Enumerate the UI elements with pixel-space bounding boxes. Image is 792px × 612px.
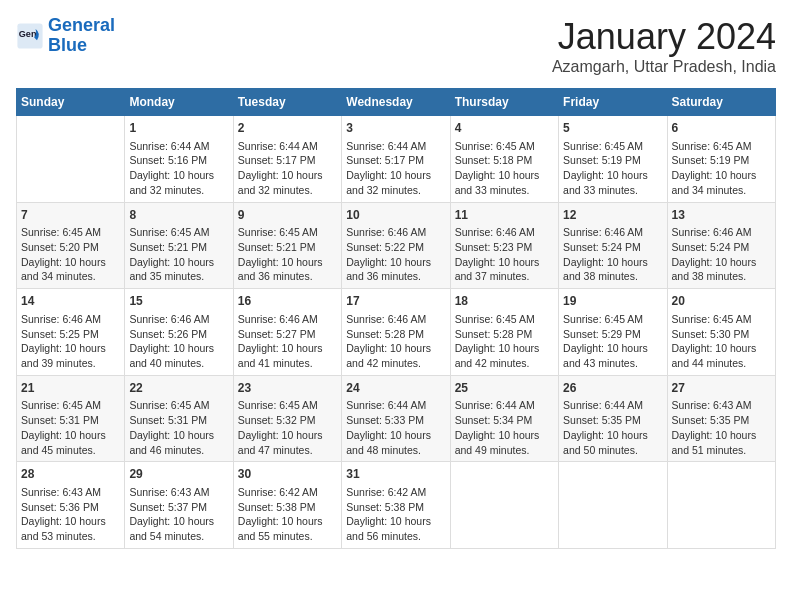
weekday-header: Monday — [125, 89, 233, 116]
day-number: 28 — [21, 466, 120, 483]
day-number: 10 — [346, 207, 445, 224]
day-number: 5 — [563, 120, 662, 137]
day-info: Sunrise: 6:44 AM Sunset: 5:16 PM Dayligh… — [129, 139, 228, 198]
day-info: Sunrise: 6:44 AM Sunset: 5:17 PM Dayligh… — [346, 139, 445, 198]
day-info: Sunrise: 6:46 AM Sunset: 5:27 PM Dayligh… — [238, 312, 337, 371]
page-header: Gen GeneralBlue January 2024 Azamgarh, U… — [16, 16, 776, 76]
calendar-cell: 2Sunrise: 6:44 AM Sunset: 5:17 PM Daylig… — [233, 116, 341, 203]
calendar-cell: 8Sunrise: 6:45 AM Sunset: 5:21 PM Daylig… — [125, 202, 233, 289]
weekday-header: Friday — [559, 89, 667, 116]
month-title: January 2024 — [552, 16, 776, 58]
day-number: 17 — [346, 293, 445, 310]
day-number: 11 — [455, 207, 554, 224]
day-number: 23 — [238, 380, 337, 397]
day-info: Sunrise: 6:43 AM Sunset: 5:35 PM Dayligh… — [672, 398, 771, 457]
day-number: 9 — [238, 207, 337, 224]
calendar-cell: 28Sunrise: 6:43 AM Sunset: 5:36 PM Dayli… — [17, 462, 125, 549]
day-number: 1 — [129, 120, 228, 137]
day-number: 22 — [129, 380, 228, 397]
calendar-cell: 16Sunrise: 6:46 AM Sunset: 5:27 PM Dayli… — [233, 289, 341, 376]
day-number: 24 — [346, 380, 445, 397]
day-number: 16 — [238, 293, 337, 310]
day-number: 19 — [563, 293, 662, 310]
day-number: 6 — [672, 120, 771, 137]
calendar-week-row: 21Sunrise: 6:45 AM Sunset: 5:31 PM Dayli… — [17, 375, 776, 462]
day-info: Sunrise: 6:45 AM Sunset: 5:29 PM Dayligh… — [563, 312, 662, 371]
day-number: 7 — [21, 207, 120, 224]
day-number: 29 — [129, 466, 228, 483]
day-info: Sunrise: 6:46 AM Sunset: 5:24 PM Dayligh… — [672, 225, 771, 284]
calendar-cell: 30Sunrise: 6:42 AM Sunset: 5:38 PM Dayli… — [233, 462, 341, 549]
day-info: Sunrise: 6:43 AM Sunset: 5:37 PM Dayligh… — [129, 485, 228, 544]
day-number: 30 — [238, 466, 337, 483]
day-info: Sunrise: 6:44 AM Sunset: 5:17 PM Dayligh… — [238, 139, 337, 198]
logo: Gen GeneralBlue — [16, 16, 115, 56]
logo-text: GeneralBlue — [48, 16, 115, 56]
calendar-cell: 3Sunrise: 6:44 AM Sunset: 5:17 PM Daylig… — [342, 116, 450, 203]
day-info: Sunrise: 6:45 AM Sunset: 5:21 PM Dayligh… — [238, 225, 337, 284]
calendar-cell: 19Sunrise: 6:45 AM Sunset: 5:29 PM Dayli… — [559, 289, 667, 376]
calendar-cell: 9Sunrise: 6:45 AM Sunset: 5:21 PM Daylig… — [233, 202, 341, 289]
weekday-header: Saturday — [667, 89, 775, 116]
day-info: Sunrise: 6:44 AM Sunset: 5:34 PM Dayligh… — [455, 398, 554, 457]
day-info: Sunrise: 6:45 AM Sunset: 5:18 PM Dayligh… — [455, 139, 554, 198]
calendar-header-row: SundayMondayTuesdayWednesdayThursdayFrid… — [17, 89, 776, 116]
day-number: 3 — [346, 120, 445, 137]
calendar-cell: 13Sunrise: 6:46 AM Sunset: 5:24 PM Dayli… — [667, 202, 775, 289]
calendar-cell: 31Sunrise: 6:42 AM Sunset: 5:38 PM Dayli… — [342, 462, 450, 549]
calendar-cell — [667, 462, 775, 549]
day-info: Sunrise: 6:45 AM Sunset: 5:19 PM Dayligh… — [563, 139, 662, 198]
day-info: Sunrise: 6:45 AM Sunset: 5:32 PM Dayligh… — [238, 398, 337, 457]
calendar-cell: 15Sunrise: 6:46 AM Sunset: 5:26 PM Dayli… — [125, 289, 233, 376]
title-block: January 2024 Azamgarh, Uttar Pradesh, In… — [552, 16, 776, 76]
calendar-cell: 24Sunrise: 6:44 AM Sunset: 5:33 PM Dayli… — [342, 375, 450, 462]
calendar-cell: 6Sunrise: 6:45 AM Sunset: 5:19 PM Daylig… — [667, 116, 775, 203]
calendar-cell: 29Sunrise: 6:43 AM Sunset: 5:37 PM Dayli… — [125, 462, 233, 549]
day-info: Sunrise: 6:46 AM Sunset: 5:23 PM Dayligh… — [455, 225, 554, 284]
weekday-header: Tuesday — [233, 89, 341, 116]
calendar-table: SundayMondayTuesdayWednesdayThursdayFrid… — [16, 88, 776, 549]
day-info: Sunrise: 6:46 AM Sunset: 5:28 PM Dayligh… — [346, 312, 445, 371]
calendar-cell — [450, 462, 558, 549]
calendar-cell: 20Sunrise: 6:45 AM Sunset: 5:30 PM Dayli… — [667, 289, 775, 376]
svg-text:Gen: Gen — [19, 29, 37, 39]
calendar-cell: 26Sunrise: 6:44 AM Sunset: 5:35 PM Dayli… — [559, 375, 667, 462]
day-number: 20 — [672, 293, 771, 310]
day-number: 13 — [672, 207, 771, 224]
day-info: Sunrise: 6:44 AM Sunset: 5:33 PM Dayligh… — [346, 398, 445, 457]
day-number: 21 — [21, 380, 120, 397]
calendar-cell: 5Sunrise: 6:45 AM Sunset: 5:19 PM Daylig… — [559, 116, 667, 203]
weekday-header: Wednesday — [342, 89, 450, 116]
calendar-cell: 22Sunrise: 6:45 AM Sunset: 5:31 PM Dayli… — [125, 375, 233, 462]
day-number: 4 — [455, 120, 554, 137]
day-info: Sunrise: 6:45 AM Sunset: 5:20 PM Dayligh… — [21, 225, 120, 284]
calendar-cell: 27Sunrise: 6:43 AM Sunset: 5:35 PM Dayli… — [667, 375, 775, 462]
calendar-cell: 11Sunrise: 6:46 AM Sunset: 5:23 PM Dayli… — [450, 202, 558, 289]
day-info: Sunrise: 6:45 AM Sunset: 5:31 PM Dayligh… — [129, 398, 228, 457]
calendar-cell: 7Sunrise: 6:45 AM Sunset: 5:20 PM Daylig… — [17, 202, 125, 289]
location-title: Azamgarh, Uttar Pradesh, India — [552, 58, 776, 76]
calendar-cell — [559, 462, 667, 549]
calendar-cell: 23Sunrise: 6:45 AM Sunset: 5:32 PM Dayli… — [233, 375, 341, 462]
calendar-cell: 21Sunrise: 6:45 AM Sunset: 5:31 PM Dayli… — [17, 375, 125, 462]
calendar-cell: 25Sunrise: 6:44 AM Sunset: 5:34 PM Dayli… — [450, 375, 558, 462]
calendar-cell: 14Sunrise: 6:46 AM Sunset: 5:25 PM Dayli… — [17, 289, 125, 376]
day-info: Sunrise: 6:44 AM Sunset: 5:35 PM Dayligh… — [563, 398, 662, 457]
day-number: 18 — [455, 293, 554, 310]
day-number: 8 — [129, 207, 228, 224]
calendar-cell: 10Sunrise: 6:46 AM Sunset: 5:22 PM Dayli… — [342, 202, 450, 289]
calendar-cell: 1Sunrise: 6:44 AM Sunset: 5:16 PM Daylig… — [125, 116, 233, 203]
calendar-week-row: 1Sunrise: 6:44 AM Sunset: 5:16 PM Daylig… — [17, 116, 776, 203]
day-info: Sunrise: 6:46 AM Sunset: 5:22 PM Dayligh… — [346, 225, 445, 284]
day-info: Sunrise: 6:45 AM Sunset: 5:19 PM Dayligh… — [672, 139, 771, 198]
day-info: Sunrise: 6:45 AM Sunset: 5:28 PM Dayligh… — [455, 312, 554, 371]
day-number: 2 — [238, 120, 337, 137]
calendar-cell — [17, 116, 125, 203]
logo-icon: Gen — [16, 22, 44, 50]
calendar-cell: 12Sunrise: 6:46 AM Sunset: 5:24 PM Dayli… — [559, 202, 667, 289]
day-number: 12 — [563, 207, 662, 224]
calendar-cell: 17Sunrise: 6:46 AM Sunset: 5:28 PM Dayli… — [342, 289, 450, 376]
day-info: Sunrise: 6:42 AM Sunset: 5:38 PM Dayligh… — [238, 485, 337, 544]
calendar-cell: 4Sunrise: 6:45 AM Sunset: 5:18 PM Daylig… — [450, 116, 558, 203]
calendar-week-row: 14Sunrise: 6:46 AM Sunset: 5:25 PM Dayli… — [17, 289, 776, 376]
